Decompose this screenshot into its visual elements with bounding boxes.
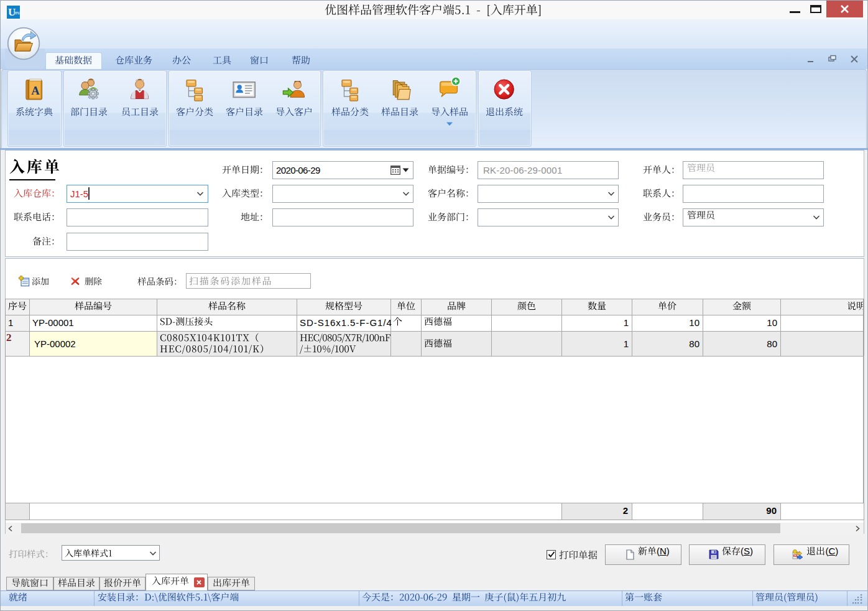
- svg-text:A: A: [32, 84, 40, 97]
